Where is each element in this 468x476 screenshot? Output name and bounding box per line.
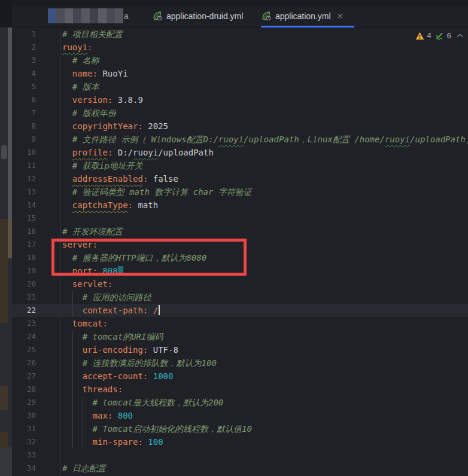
code-line-34[interactable]: 34# 日志配置 bbox=[12, 462, 468, 475]
line-number[interactable]: 33 bbox=[12, 448, 36, 462]
line-number[interactable]: 5 bbox=[12, 80, 36, 93]
line-number[interactable]: 19 bbox=[12, 264, 36, 277]
code-line-24[interactable]: 24 # tomcat的URI编码 bbox=[12, 330, 468, 343]
line-number[interactable]: 32 bbox=[12, 435, 36, 448]
code-line-28[interactable]: 28 threads: bbox=[12, 383, 468, 396]
code-line-6[interactable]: 6 version: 3.8.9 bbox=[12, 93, 468, 106]
line-number[interactable]: 23 bbox=[12, 317, 36, 330]
code-line-2[interactable]: 2ruoyi: bbox=[12, 41, 468, 54]
line-number[interactable]: 14 bbox=[12, 199, 36, 212]
line-number[interactable]: 20 bbox=[12, 277, 36, 291]
code-line-21[interactable]: 21 # 应用的访问路径 bbox=[12, 291, 468, 304]
code-line-22[interactable]: 22 context-path: / bbox=[12, 304, 468, 317]
code-line-4[interactable]: 4 name: RuoYi bbox=[12, 67, 468, 80]
line-number[interactable]: 3 bbox=[12, 54, 36, 67]
code-line-20[interactable]: 20 servlet: bbox=[12, 277, 468, 291]
line-number[interactable]: 2 bbox=[12, 41, 36, 54]
chevron-up-icon[interactable] bbox=[457, 33, 463, 38]
line-number[interactable]: 10 bbox=[12, 146, 36, 159]
code-line-31[interactable]: 31 # Tomcat启动初始化的线程数，默认值10 bbox=[12, 422, 468, 435]
code-text: accept-count: 1000 bbox=[62, 370, 173, 383]
code-text: # 版权年份 bbox=[62, 106, 116, 120]
code-line-29[interactable]: 29 # tomcat最大线程数，默认为200 bbox=[12, 396, 468, 409]
ide-window: a application-druid.yml application.yml … bbox=[0, 0, 468, 476]
code-line-19[interactable]: 19 port: 808 bbox=[12, 264, 468, 277]
code-line-17[interactable]: 17server: bbox=[12, 238, 468, 251]
line-number[interactable]: 9 bbox=[12, 133, 36, 146]
code-text: threads: bbox=[62, 383, 123, 396]
line-number[interactable]: 1 bbox=[12, 28, 36, 41]
tab-application-yml[interactable]: application.yml ✕ bbox=[261, 5, 354, 27]
line-number[interactable]: 24 bbox=[12, 330, 36, 343]
line-number[interactable]: 34 bbox=[12, 462, 36, 475]
code-text: context-path: / bbox=[62, 304, 160, 317]
inspection-widget[interactable]: 4 6 bbox=[415, 31, 463, 40]
code-text: # 文件路径 示例（ Windows配置D:/ruoyi/uploadPath，… bbox=[62, 133, 468, 146]
code-line-33[interactable]: 33 bbox=[12, 448, 468, 462]
panel-scrollbar-thumb[interactable] bbox=[1, 145, 7, 159]
redacted-label-mosaic bbox=[48, 8, 123, 23]
code-text: uri-encoding: UTF-8 bbox=[62, 343, 178, 356]
tab-close-icon[interactable]: ✕ bbox=[337, 11, 344, 21]
code-line-11[interactable]: 11 # 获取ip地址开关 bbox=[12, 159, 468, 172]
line-number[interactable]: 25 bbox=[12, 343, 36, 356]
line-number[interactable]: 13 bbox=[12, 185, 36, 199]
tab-application-druid-yml[interactable]: application-druid.yml bbox=[152, 5, 266, 27]
code-line-15[interactable]: 15 bbox=[12, 212, 468, 225]
line-number[interactable]: 21 bbox=[12, 291, 36, 304]
panel-row-tint bbox=[0, 386, 8, 410]
code-line-10[interactable]: 10 profile: D:/ruoyi/uploadPath bbox=[12, 146, 468, 159]
code-text: # 开发环境配置 bbox=[62, 225, 123, 238]
code-line-1[interactable]: 1# 项目相关配置 bbox=[12, 28, 468, 41]
code-line-14[interactable]: 14 captchaType: math bbox=[12, 199, 468, 212]
line-number[interactable]: 28 bbox=[12, 383, 36, 396]
line-number[interactable]: 17 bbox=[12, 238, 36, 251]
code-text: tomcat: bbox=[62, 317, 108, 330]
line-number[interactable]: 6 bbox=[12, 93, 36, 106]
line-number[interactable]: 18 bbox=[12, 251, 36, 264]
code-text: name: RuoYi bbox=[62, 67, 128, 80]
line-number[interactable]: 30 bbox=[12, 409, 36, 422]
code-editor[interactable]: 1# 项目相关配置2ruoyi:3 # 名称4 name: RuoYi5 # 版… bbox=[12, 28, 468, 476]
line-number[interactable]: 11 bbox=[12, 159, 36, 172]
line-number[interactable]: 22 bbox=[12, 304, 36, 317]
line-number[interactable]: 7 bbox=[12, 106, 36, 120]
line-number[interactable]: 12 bbox=[12, 172, 36, 185]
code-line-7[interactable]: 7 # 版权年份 bbox=[12, 106, 468, 120]
project-panel-edge bbox=[0, 0, 12, 476]
code-line-25[interactable]: 25 uri-encoding: UTF-8 bbox=[12, 343, 468, 356]
code-line-18[interactable]: 18 # 服务器的HTTP端口，默认为8080 bbox=[12, 251, 468, 264]
code-line-8[interactable]: 8 copyrightYear: 2025 bbox=[12, 120, 468, 133]
line-number[interactable]: 8 bbox=[12, 120, 36, 133]
code-line-12[interactable]: 12 addressEnabled: false bbox=[12, 172, 468, 185]
tab-label: application.yml bbox=[275, 11, 331, 21]
line-number[interactable]: 29 bbox=[12, 396, 36, 409]
code-line-23[interactable]: 23 tomcat: bbox=[12, 317, 468, 330]
code-line-30[interactable]: 30 max: 800 bbox=[12, 409, 468, 422]
line-number[interactable]: 16 bbox=[12, 225, 36, 238]
code-line-32[interactable]: 32 min-spare: 100 bbox=[12, 435, 468, 448]
line-number[interactable]: 31 bbox=[12, 422, 36, 435]
code-text: # 名称 bbox=[62, 54, 99, 67]
code-line-16[interactable]: 16# 开发环境配置 bbox=[12, 225, 468, 238]
line-number[interactable]: 26 bbox=[12, 356, 36, 370]
code-text: # 日志配置 bbox=[62, 462, 106, 475]
code-text: servlet: bbox=[62, 277, 113, 291]
spring-boot-leaf-icon bbox=[152, 11, 162, 21]
code-line-9[interactable]: 9 # 文件路径 示例（ Windows配置D:/ruoyi/uploadPat… bbox=[12, 133, 468, 146]
line-number[interactable]: 4 bbox=[12, 67, 36, 80]
redacted-pixel-block bbox=[65, 8, 73, 23]
redacted-pixel-block bbox=[48, 8, 56, 23]
code-line-26[interactable]: 26 # 连接数满后的排队数，默认为100 bbox=[12, 356, 468, 370]
line-number[interactable]: 27 bbox=[12, 370, 36, 383]
code-line-27[interactable]: 27 accept-count: 1000 bbox=[12, 370, 468, 383]
line-number[interactable]: 15 bbox=[12, 212, 36, 225]
code-line-3[interactable]: 3 # 名称 bbox=[12, 54, 468, 67]
code-text: server: bbox=[62, 238, 98, 251]
tab-redacted-file[interactable]: a bbox=[48, 5, 144, 27]
code-text: # tomcat最大线程数，默认为200 bbox=[62, 396, 223, 409]
redacted-pixel-block bbox=[115, 8, 123, 23]
code-text: # 版本 bbox=[62, 80, 99, 93]
code-line-5[interactable]: 5 # 版本 bbox=[12, 80, 468, 93]
code-line-13[interactable]: 13 # 验证码类型 math 数字计算 char 字符验证 bbox=[12, 185, 468, 199]
